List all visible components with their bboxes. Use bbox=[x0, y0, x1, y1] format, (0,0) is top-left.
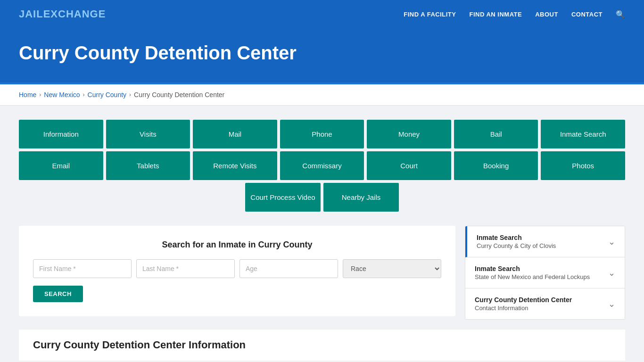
sidebar-card-title-3: Curry County Detention Center bbox=[475, 296, 572, 304]
breadcrumb: Home › New Mexico › Curry County › Curry… bbox=[0, 84, 644, 106]
search-inputs: Race White Black Hispanic Asian Native A… bbox=[33, 259, 441, 278]
nav-item-about[interactable]: ABOUT bbox=[535, 11, 558, 18]
chevron-icon-2: ⌄ bbox=[608, 268, 615, 278]
race-select[interactable]: Race White Black Hispanic Asian Native A… bbox=[343, 259, 441, 278]
btn-remote-visits[interactable]: Remote Visits bbox=[193, 151, 277, 180]
sidebar-card-text-3: Curry County Detention Center Contact In… bbox=[475, 296, 572, 312]
header: JAILEXCHANGE FIND A FACILITYFIND AN INMA… bbox=[0, 0, 644, 28]
breadcrumb-sep-2: › bbox=[83, 91, 85, 98]
chevron-icon-3: ⌄ bbox=[608, 299, 615, 309]
btn-court-process-video[interactable]: Court Process Video bbox=[245, 183, 321, 212]
breadcrumb-home[interactable]: Home bbox=[19, 91, 36, 99]
btn-court[interactable]: Court bbox=[367, 151, 451, 180]
btn-bail[interactable]: Bail bbox=[454, 120, 538, 148]
btn-nearby-jails[interactable]: Nearby Jails bbox=[323, 183, 399, 212]
sidebar-card-inmate-search-state[interactable]: Inmate Search State of New Mexico and Fe… bbox=[465, 257, 625, 288]
buttons-row-2: Email Tablets Remote Visits Commissary C… bbox=[19, 151, 625, 180]
sidebar-card-text-1: Inmate Search Curry County & City of Clo… bbox=[477, 234, 556, 249]
last-name-input[interactable] bbox=[136, 259, 235, 278]
btn-tablets[interactable]: Tablets bbox=[106, 151, 190, 180]
breadcrumb-curry-county[interactable]: Curry County bbox=[88, 91, 126, 99]
main-content: Information Visits Mail Phone Money Bail… bbox=[0, 106, 644, 362]
first-name-input[interactable] bbox=[33, 259, 132, 278]
btn-money[interactable]: Money bbox=[367, 120, 451, 148]
sidebar-card-inmate-search-county[interactable]: Inmate Search Curry County & City of Clo… bbox=[465, 226, 625, 257]
breadcrumb-sep-1: › bbox=[39, 91, 41, 98]
search-icon[interactable]: 🔍 bbox=[616, 10, 625, 19]
sidebar-card-contact-info[interactable]: Curry County Detention Center Contact In… bbox=[465, 288, 625, 319]
sidebar-card-title-1: Inmate Search bbox=[477, 234, 556, 241]
btn-commissary[interactable]: Commissary bbox=[280, 151, 364, 180]
btn-mail[interactable]: Mail bbox=[193, 120, 277, 148]
btn-inmate-search[interactable]: Inmate Search bbox=[541, 120, 625, 148]
search-title: Search for an Inmate in Curry County bbox=[33, 240, 441, 250]
sidebar-cards: Inmate Search Curry County & City of Clo… bbox=[465, 226, 625, 320]
sidebar-card-subtitle-3: Contact Information bbox=[475, 304, 572, 312]
buttons-row-3: Court Process Video Nearby Jails bbox=[19, 183, 625, 212]
inmate-search-box: Search for an Inmate in Curry County Rac… bbox=[19, 226, 455, 316]
breadcrumb-new-mexico[interactable]: New Mexico bbox=[44, 91, 80, 99]
nav-item-find-an-inmate[interactable]: FIND AN INMATE bbox=[469, 11, 522, 18]
sidebar-card-subtitle-2: State of New Mexico and Federal Lockups bbox=[475, 273, 590, 280]
breadcrumb-sep-3: › bbox=[129, 91, 131, 98]
btn-booking[interactable]: Booking bbox=[454, 151, 538, 180]
bottom-info-section: Curry County Detention Center Informatio… bbox=[19, 329, 625, 361]
main-nav: FIND A FACILITYFIND AN INMATEABOUTCONTAC… bbox=[404, 10, 625, 19]
btn-visits[interactable]: Visits bbox=[106, 120, 190, 148]
sidebar-card-title-2: Inmate Search bbox=[475, 265, 590, 272]
hero-section: Curry County Detention Center bbox=[0, 28, 644, 84]
logo-part1: JAIL bbox=[19, 8, 43, 20]
breadcrumb-current: Curry County Detention Center bbox=[134, 91, 224, 99]
btn-photos[interactable]: Photos bbox=[541, 151, 625, 180]
sidebar-card-subtitle-1: Curry County & City of Clovis bbox=[477, 242, 556, 249]
buttons-row-1: Information Visits Mail Phone Money Bail… bbox=[19, 120, 625, 148]
sidebar-card-text-2: Inmate Search State of New Mexico and Fe… bbox=[475, 265, 590, 280]
logo[interactable]: JAILEXCHANGE bbox=[19, 8, 106, 20]
bottom-info-title: Curry County Detention Center Informatio… bbox=[33, 339, 611, 351]
nav-item-find-a-facility[interactable]: FIND A FACILITY bbox=[404, 11, 456, 18]
btn-email[interactable]: Email bbox=[19, 151, 103, 180]
btn-information[interactable]: Information bbox=[19, 120, 103, 148]
nav-item-contact[interactable]: CONTACT bbox=[571, 11, 603, 18]
btn-phone[interactable]: Phone bbox=[280, 120, 364, 148]
search-button[interactable]: SEARCH bbox=[33, 286, 83, 302]
age-input[interactable] bbox=[239, 259, 338, 278]
lower-section: Search for an Inmate in Curry County Rac… bbox=[19, 226, 625, 320]
chevron-icon-1: ⌄ bbox=[608, 237, 615, 247]
logo-part2-highlight: EXCHANGE bbox=[43, 8, 106, 20]
page-title: Curry County Detention Center bbox=[19, 42, 625, 64]
